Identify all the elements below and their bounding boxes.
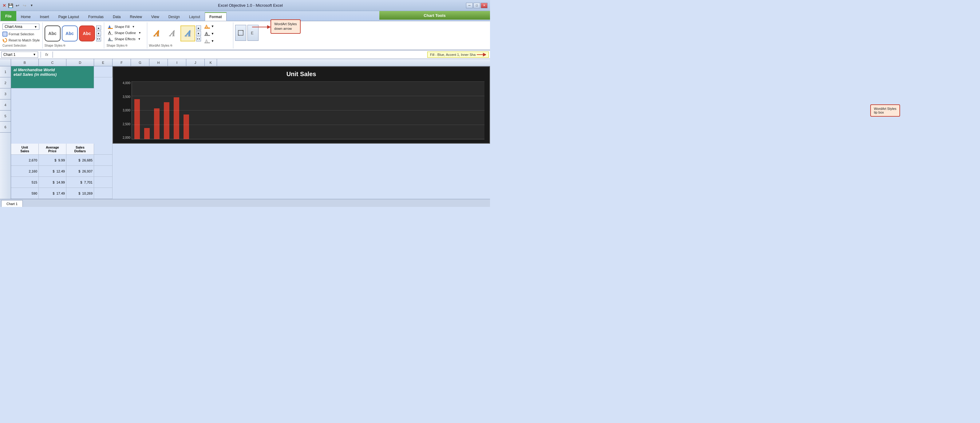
redo-icon[interactable]: ↪	[22, 2, 28, 9]
customize-icon[interactable]: ▼	[29, 2, 35, 9]
save-icon[interactable]: 💾	[7, 2, 14, 9]
row-header-6[interactable]: 6	[0, 122, 11, 133]
sheet-tab-chart1[interactable]: Chart 1	[1, 200, 23, 207]
cell-b4[interactable]: 2,160	[11, 166, 39, 177]
size-button[interactable]	[235, 25, 246, 41]
undo-icon[interactable]: ↩	[14, 2, 21, 9]
wordart-down-arrow-callout: WordArt Styles down arrow	[270, 19, 300, 34]
text-fill-button[interactable]: A ▼	[204, 24, 214, 29]
cell-d5[interactable]: $ 7,701	[67, 177, 94, 188]
cell-b2[interactable]: UnitSales	[11, 144, 39, 155]
shape-fill-button[interactable]: Shape Fill ▼	[107, 24, 145, 30]
tab-insert[interactable]: Insert	[35, 12, 54, 21]
bar-2	[144, 128, 150, 139]
outline-dropdown-arrow[interactable]: ▼	[138, 31, 141, 34]
tab-view[interactable]: View	[146, 12, 164, 21]
wa-scroll-down-button[interactable]: ▼	[196, 31, 201, 36]
col-header-e[interactable]: E	[94, 59, 113, 66]
row-header-5[interactable]: 5	[0, 111, 11, 122]
excel-logo-icon: ✕	[2, 3, 6, 8]
col-header-d[interactable]: D	[67, 59, 94, 66]
col-header-f[interactable]: F	[113, 59, 131, 66]
wa-scroll-more-button[interactable]: ▼▼	[196, 36, 201, 41]
cell-e5[interactable]	[94, 177, 113, 188]
effects-dropdown-arrow[interactable]: ▼	[138, 38, 141, 41]
window-title: Excel Objective 1.0 - Microsoft Excel	[218, 3, 283, 8]
cell-d3[interactable]: $ 26,685	[67, 155, 94, 166]
tab-page-layout[interactable]: Page Layout	[54, 12, 84, 21]
scroll-down-button[interactable]: ▼	[96, 31, 101, 36]
shape-styles-expand-icon[interactable]: ⧉	[63, 44, 65, 47]
row-header-3[interactable]: 3	[0, 89, 11, 100]
cell-e6[interactable]	[94, 188, 113, 199]
wordart-style-1-button[interactable]: 𝐴	[149, 25, 164, 41]
row-header-2[interactable]: 2	[0, 78, 11, 89]
cell-d6[interactable]: $ 10,269	[67, 188, 94, 199]
formula-input[interactable]	[55, 52, 426, 57]
name-box-arrow[interactable]: ▼	[33, 53, 36, 56]
name-box[interactable]: Chart 1 ▼	[1, 52, 38, 58]
wordart-style-3-button[interactable]: 𝐴	[180, 25, 195, 41]
tab-format[interactable]: Format	[205, 12, 227, 21]
cell-e1[interactable]	[94, 66, 113, 78]
scroll-up-button[interactable]: ▲	[96, 25, 101, 30]
tab-data[interactable]: Data	[108, 12, 125, 21]
cell-b3[interactable]: 2,670	[11, 155, 39, 166]
tab-formulas[interactable]: Formulas	[84, 12, 108, 21]
close-button[interactable]: ✕	[481, 3, 488, 8]
format-selection-button[interactable]: Format Selection	[2, 31, 40, 37]
cell-c5[interactable]: $ 14.99	[39, 177, 67, 188]
wa-scroll-up-button[interactable]: ▲	[196, 25, 201, 30]
text-outline-button[interactable]: A ▼	[204, 31, 214, 36]
col-header-k[interactable]: K	[205, 59, 217, 66]
col-header-i[interactable]: I	[168, 59, 186, 66]
shape-styles-label: Shape Styles ⧉	[45, 43, 102, 47]
col-header-g[interactable]: G	[131, 59, 150, 66]
cell-c3[interactable]: $ 9.99	[39, 155, 67, 166]
wordart-style-2-button[interactable]: 𝐴	[165, 25, 180, 41]
current-selection-label: Current Selection	[2, 43, 40, 47]
row-header-1[interactable]: 1	[0, 66, 11, 78]
current-selection-group: Chart Area ▼ Format Selection Reset to M…	[0, 22, 43, 49]
reset-match-style-button[interactable]: Reset to Match Style	[2, 37, 40, 43]
col-header-b[interactable]: B	[11, 59, 39, 66]
cell-d2[interactable]: SalesDollars	[67, 144, 94, 155]
cell-d4[interactable]: $ 26,937	[67, 166, 94, 177]
cell-e2[interactable]	[94, 144, 113, 155]
cell-c6[interactable]: $ 17.49	[39, 188, 67, 199]
header-cell-merged[interactable]: al Merchandise World etail Sales (in mil…	[11, 66, 94, 89]
cell-b5[interactable]: 515	[11, 177, 39, 188]
col-header-j[interactable]: J	[186, 59, 205, 66]
col-header-c[interactable]: C	[39, 59, 67, 66]
text-outline-icon: A	[204, 31, 210, 36]
scroll-more-button[interactable]: ▼▼	[96, 36, 101, 41]
cell-e4[interactable]	[94, 166, 113, 177]
shape-style-2-button[interactable]: Abc	[62, 25, 78, 41]
chart-area-dropdown[interactable]: Chart Area ▼	[2, 24, 39, 30]
tab-review[interactable]: Review	[125, 12, 146, 21]
shape-effects-button[interactable]: Shape Effects ▼	[107, 36, 145, 42]
text-effects-icon: A	[204, 38, 210, 43]
table-row: al Merchandise World etail Sales (in mil…	[11, 66, 490, 144]
text-effects-button[interactable]: A ▼	[204, 38, 214, 43]
tab-file[interactable]: File	[1, 11, 16, 21]
tab-design[interactable]: Design	[164, 12, 185, 21]
shape-outline-button[interactable]: Shape Outline ▼	[107, 30, 145, 36]
minimize-button[interactable]: ─	[466, 3, 473, 8]
fx-button[interactable]: fx	[43, 52, 50, 57]
fill-dropdown-arrow[interactable]: ▼	[132, 25, 135, 28]
col-header-h[interactable]: H	[150, 59, 168, 66]
restore-button[interactable]: □	[473, 3, 480, 8]
wordart-expand-icon[interactable]: ⧉	[170, 44, 172, 47]
row-header-4[interactable]: 4	[0, 100, 11, 111]
cell-c4[interactable]: $ 12.49	[39, 166, 67, 177]
shape-style-3-button[interactable]: Abc	[79, 25, 95, 41]
shape-style-1-button[interactable]: Abc	[45, 25, 60, 41]
tab-home[interactable]: Home	[16, 12, 35, 21]
dropdown-arrow-icon: ▼	[34, 25, 37, 29]
cell-b6[interactable]: 590	[11, 188, 39, 199]
shape-format-expand-icon[interactable]: ⧉	[126, 44, 127, 47]
cell-c2[interactable]: AveragePrice	[39, 144, 67, 155]
cell-e3[interactable]	[94, 155, 113, 166]
tab-layout[interactable]: Layout	[185, 12, 205, 21]
